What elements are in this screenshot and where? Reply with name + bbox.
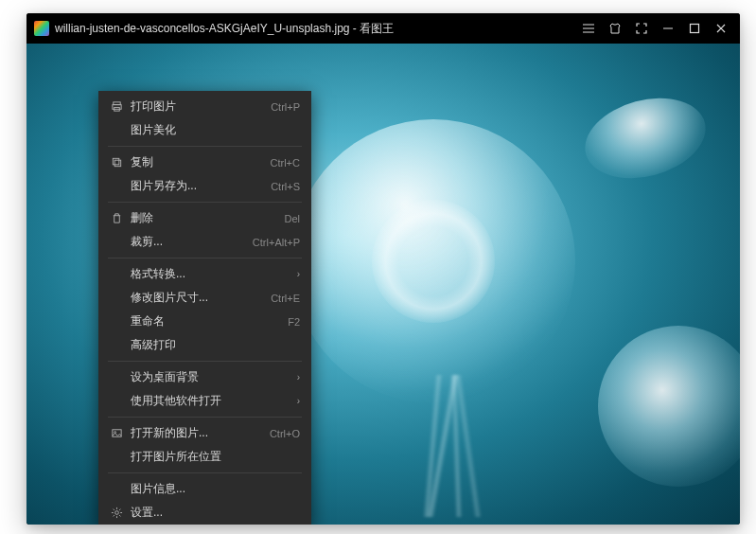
menu-item-label: 格式转换... [125, 266, 297, 282]
menu-item-label: 复制 [125, 154, 271, 170]
maximize-button[interactable] [681, 16, 708, 41]
menu-separator [108, 258, 302, 258]
minimize-button[interactable] [655, 16, 681, 41]
menu-separator [108, 202, 302, 203]
menu-item[interactable]: 重命名F2 [98, 310, 311, 333]
svg-rect-10 [113, 158, 119, 165]
svg-rect-12 [112, 430, 120, 436]
menu-separator [108, 417, 302, 418]
menu-separator [108, 146, 302, 147]
titlebar: willian-justen-de-vasconcellos-ASKGjAeIY… [26, 13, 740, 44]
app-icon [34, 21, 49, 36]
menu-item[interactable]: 裁剪...Ctrl+Alt+P [98, 230, 311, 254]
menu-item-label: 打开图片所在位置 [125, 449, 300, 465]
menu-item-shortcut: Ctrl+Alt+P [253, 237, 300, 248]
chevron-right-icon: › [297, 372, 300, 383]
hamburger-icon [582, 22, 595, 35]
menu-item-label: 重命名 [125, 313, 288, 329]
menu-item[interactable]: 打开新的图片...Ctrl+O [98, 421, 311, 445]
jellyfish-main [291, 119, 575, 403]
menu-item[interactable]: 图片美化 [98, 118, 311, 142]
print-icon [108, 100, 125, 113]
menu-item-label: 打印图片 [125, 98, 271, 115]
shirt-icon [608, 22, 622, 35]
svg-rect-4 [691, 25, 699, 33]
close-icon [714, 22, 728, 35]
menu-item[interactable]: 图片另存为...Ctrl+S [98, 174, 311, 198]
menu-item-shortcut: Ctrl+S [271, 181, 300, 192]
tentacles [348, 375, 537, 517]
menu-separator [108, 361, 302, 362]
menu-item[interactable]: 打开图片所在位置 [98, 445, 311, 469]
menu-item[interactable]: 图片信息... [98, 477, 311, 501]
menu-item-label: 删除 [125, 210, 284, 226]
menu-item-label: 图片信息... [125, 481, 300, 497]
chevron-right-icon: › [297, 396, 300, 406]
menu-separator [108, 472, 302, 473]
image-icon [108, 427, 125, 439]
menu-item-shortcut: F2 [288, 316, 300, 328]
close-button[interactable] [708, 16, 734, 41]
menu-item[interactable]: 格式转换...› [98, 262, 311, 286]
menu-item-label: 裁剪... [125, 234, 253, 250]
maximize-icon [688, 22, 701, 35]
menu-item-label: 设为桌面背景 [125, 369, 297, 385]
menu-item-shortcut: Ctrl+O [270, 428, 300, 439]
menu-item-label: 打开新的图片... [125, 425, 270, 441]
context-menu: 打印图片Ctrl+P图片美化复制Ctrl+C图片另存为...Ctrl+S删除De… [98, 91, 311, 525]
menu-item-shortcut: Del [284, 213, 300, 224]
fullscreen-button[interactable] [628, 16, 655, 41]
chevron-right-icon: › [297, 269, 300, 279]
menu-item-shortcut: Ctrl+C [271, 157, 300, 169]
menu-item-label: 修改图片尺寸... [125, 290, 271, 306]
menu-item[interactable]: 删除Del [98, 206, 311, 230]
menu-item[interactable]: 修改图片尺寸...Ctrl+E [98, 286, 311, 310]
menu-item-label: 图片另存为... [125, 178, 271, 194]
jellyfish-top-right [576, 86, 714, 191]
menu-item-shortcut: Ctrl+E [271, 293, 300, 304]
menu-item-label: 使用其他软件打开 [125, 393, 297, 409]
svg-point-14 [114, 511, 118, 515]
skin-button[interactable] [602, 16, 628, 41]
menu-item[interactable]: 高级打印 [98, 333, 311, 357]
menu-item[interactable]: 复制Ctrl+C [98, 151, 311, 174]
app-window: willian-justen-de-vasconcellos-ASKGjAeIY… [26, 13, 740, 525]
menu-item-shortcut: Ctrl+P [271, 101, 300, 113]
window-title: willian-justen-de-vasconcellos-ASKGjAeIY… [55, 21, 575, 37]
svg-rect-11 [114, 160, 121, 167]
menu-item-label: 图片美化 [125, 122, 300, 138]
menu-item-label: 高级打印 [125, 337, 300, 353]
delete-icon [108, 212, 125, 224]
menu-item[interactable]: 打印图片Ctrl+P [98, 95, 311, 118]
copy-icon [108, 156, 125, 169]
jellyfish-bottom-right [598, 326, 740, 487]
settings-icon [108, 507, 125, 519]
menu-item[interactable]: 设置... [98, 501, 311, 525]
expand-icon [635, 22, 648, 35]
menu-item[interactable]: 使用其他软件打开› [98, 389, 311, 413]
minimize-icon [661, 22, 675, 35]
menu-item[interactable]: 设为桌面背景› [98, 365, 311, 389]
menu-button[interactable] [575, 16, 602, 41]
menu-item-label: 设置... [125, 505, 300, 521]
